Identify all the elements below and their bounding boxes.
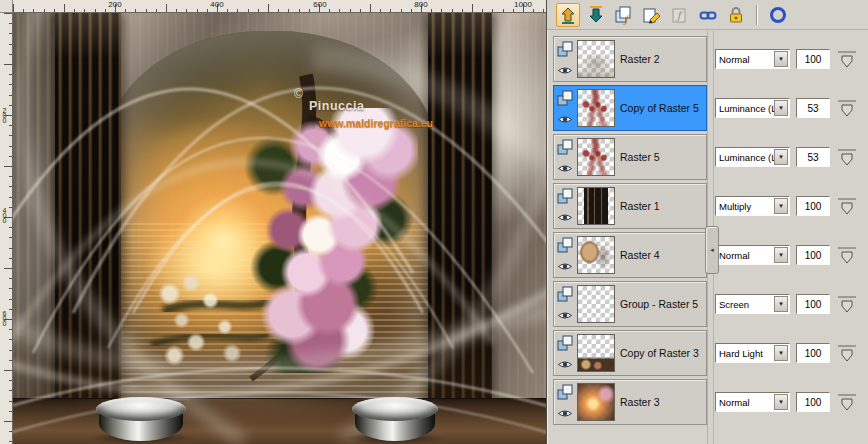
opacity-field[interactable]: 53	[796, 98, 830, 118]
blend-mode-dropdown[interactable]: Normal ▾	[715, 49, 790, 69]
blend-mode-label: Normal	[716, 54, 774, 65]
opacity-slider[interactable]	[835, 244, 859, 266]
opacity-slider[interactable]	[835, 391, 859, 413]
opacity-field[interactable]: 100	[796, 343, 830, 363]
visibility-eye-icon[interactable]	[557, 209, 573, 221]
opacity-value: 100	[805, 397, 822, 408]
opacity-field[interactable]: 53	[796, 147, 830, 167]
layer-thumbnail[interactable]	[577, 138, 615, 176]
layer-type-icon	[557, 335, 573, 351]
layer-cell[interactable]: Copy of Raster 5	[553, 85, 707, 131]
highlight-ring-button[interactable]	[766, 3, 790, 27]
ruler-mark: 600	[1, 310, 8, 325]
opacity-field[interactable]: 100	[796, 392, 830, 412]
opacity-field[interactable]: 100	[796, 196, 830, 216]
image-canvas[interactable]: © Pinuccia www.maldiregrafica.eu	[13, 13, 546, 444]
visibility-eye-icon[interactable]	[557, 62, 573, 74]
layer-thumbnail[interactable]	[577, 89, 615, 127]
move-layer-up-button[interactable]	[556, 3, 580, 27]
layer-name[interactable]: Raster 5	[620, 135, 660, 179]
background-swirl-art	[13, 13, 546, 444]
opacity-slider[interactable]	[835, 293, 859, 315]
opacity-value: 100	[805, 54, 822, 65]
chevron-down-icon[interactable]: ▾	[774, 149, 788, 165]
layer-thumbnail[interactable]	[577, 285, 615, 323]
layers-toolbar: ƒ ƒ	[547, 0, 868, 30]
blend-mode-dropdown[interactable]: Multiply ▾	[715, 196, 790, 216]
layer-thumbnail[interactable]	[577, 383, 615, 421]
blend-mode-dropdown[interactable]: Normal ▾	[715, 245, 790, 265]
blend-mode-dropdown[interactable]: Hard Light ▾	[715, 343, 790, 363]
vertical-ruler[interactable]: 200 400 600	[0, 13, 13, 444]
blend-mode-label: Multiply	[716, 201, 774, 212]
layer-name[interactable]: Copy of Raster 3	[620, 331, 699, 375]
visibility-eye-icon[interactable]	[557, 307, 573, 319]
new-adjustment-layer-button-disabled[interactable]: ƒ	[668, 3, 692, 27]
chevron-down-icon[interactable]: ▾	[774, 345, 788, 361]
tree-trunk-art	[13, 13, 546, 444]
opacity-value: 100	[805, 250, 822, 261]
blend-mode-label: Luminance (L)	[716, 103, 774, 114]
layer-cell[interactable]: Raster 1	[553, 183, 707, 229]
left-column-art	[55, 13, 121, 399]
chevron-down-icon[interactable]: ▾	[774, 198, 788, 214]
opacity-slider[interactable]	[835, 195, 859, 217]
new-mask-layer-button[interactable]	[640, 3, 664, 27]
layer-name[interactable]: Group - Raster 5	[620, 282, 698, 326]
chevron-down-icon[interactable]: ▾	[774, 296, 788, 312]
layer-cell[interactable]: Raster 4	[553, 232, 707, 278]
left-pedestal-art	[96, 397, 186, 441]
chevron-down-icon[interactable]: ▾	[774, 394, 788, 410]
opacity-value: 100	[805, 201, 822, 212]
psp-workspace: 200 400 600 800 1000 200 400 600	[0, 0, 868, 444]
layer-name[interactable]: Copy of Raster 5	[620, 86, 699, 130]
layer-cell[interactable]: Copy of Raster 3	[553, 330, 707, 376]
flower-bouquet-art	[238, 108, 418, 373]
layer-thumbnail[interactable]	[577, 236, 615, 274]
visibility-eye-icon[interactable]	[557, 405, 573, 417]
opacity-field[interactable]: 100	[796, 294, 830, 314]
blend-mode-dropdown[interactable]: Normal ▾	[715, 392, 790, 412]
layer-cell[interactable]: Group - Raster 5	[553, 281, 707, 327]
link-layers-button[interactable]	[696, 3, 720, 27]
layer-thumbnail[interactable]	[577, 40, 615, 78]
white-sprigs-art	[148, 263, 268, 373]
opacity-field[interactable]: 100	[796, 49, 830, 69]
move-layer-down-button[interactable]	[584, 3, 608, 27]
layer-thumbnail[interactable]	[577, 187, 615, 225]
layer-cell[interactable]: Raster 5	[553, 134, 707, 180]
layer-cell[interactable]: Raster 3	[553, 379, 707, 425]
opacity-slider[interactable]	[835, 48, 859, 70]
layer-type-icon	[557, 237, 573, 253]
new-layer-button[interactable]: ƒ	[612, 3, 636, 27]
visibility-eye-icon[interactable]	[557, 258, 573, 270]
layer-type-icon	[557, 384, 573, 400]
blend-mode-dropdown[interactable]: Luminance (L) ▾	[715, 147, 790, 167]
blend-mode-dropdown[interactable]: Luminance (L) ▾	[715, 98, 790, 118]
horizontal-ruler[interactable]: 200 400 600 800 1000	[13, 0, 546, 13]
opacity-slider[interactable]	[835, 146, 859, 168]
visibility-eye-icon[interactable]	[557, 111, 573, 123]
visibility-eye-icon[interactable]	[557, 160, 573, 172]
layer-name[interactable]: Raster 4	[620, 233, 660, 277]
chevron-down-icon[interactable]: ▾	[774, 51, 788, 67]
layer-thumbnail[interactable]	[577, 334, 615, 372]
layer-type-icon	[557, 41, 573, 57]
lock-transparency-button[interactable]	[724, 3, 748, 27]
layers-palette: ƒ ƒ	[546, 0, 868, 444]
toolbar-separator	[756, 5, 758, 25]
layer-cell[interactable]: Raster 2	[553, 36, 707, 82]
chevron-down-icon[interactable]: ▾	[774, 100, 788, 116]
chevron-down-icon[interactable]: ▾	[774, 247, 788, 263]
panel-splitter[interactable]: ◂	[707, 31, 714, 444]
sunset-scene-art	[103, 31, 438, 401]
layer-name[interactable]: Raster 2	[620, 37, 660, 81]
opacity-slider[interactable]	[835, 342, 859, 364]
layer-name[interactable]: Raster 1	[620, 184, 660, 228]
visibility-eye-icon[interactable]	[557, 356, 573, 368]
opacity-field[interactable]: 100	[796, 245, 830, 265]
blend-mode-dropdown[interactable]: Screen ▾	[715, 294, 790, 314]
layer-name[interactable]: Raster 3	[620, 380, 660, 424]
splitter-grip-icon[interactable]: ◂	[705, 226, 719, 274]
opacity-slider[interactable]	[835, 97, 859, 119]
